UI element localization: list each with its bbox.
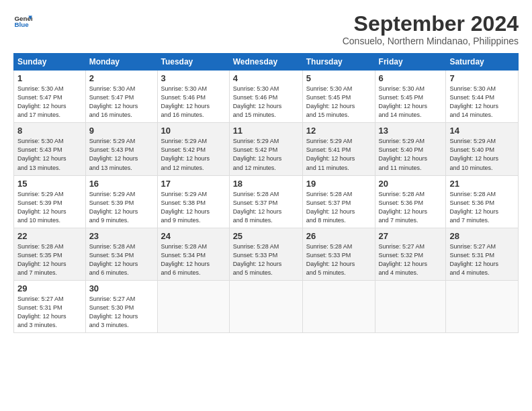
day-info: Sunrise: 5:30 AM Sunset: 5:44 PM Dayligh… [449, 85, 515, 120]
day-number: 3 [161, 73, 226, 83]
day-number: 11 [233, 126, 299, 136]
calendar-cell: 14Sunrise: 5:29 AM Sunset: 5:40 PM Dayli… [446, 123, 519, 175]
location: Consuelo, Northern Mindanao, Philippines [343, 36, 519, 46]
day-info: Sunrise: 5:27 AM Sunset: 5:32 PM Dayligh… [379, 242, 443, 277]
logo-icon: General Blue [13, 12, 32, 31]
svg-text:Blue: Blue [14, 21, 29, 28]
calendar-cell: 22Sunrise: 5:28 AM Sunset: 5:35 PM Dayli… [14, 228, 86, 280]
col-tuesday: Tuesday [157, 54, 229, 71]
calendar-cell: 10Sunrise: 5:29 AM Sunset: 5:42 PM Dayli… [157, 123, 229, 175]
month-year: September 2024 [343, 12, 519, 36]
day-number: 1 [17, 73, 82, 83]
day-info: Sunrise: 5:28 AM Sunset: 5:36 PM Dayligh… [379, 190, 443, 225]
calendar-cell: 3Sunrise: 5:30 AM Sunset: 5:46 PM Daylig… [157, 71, 229, 123]
logo: General Blue [13, 12, 32, 31]
day-number: 15 [17, 179, 82, 189]
calendar: Sunday Monday Tuesday Wednesday Thursday… [13, 53, 519, 333]
day-number: 6 [379, 73, 443, 83]
day-info: Sunrise: 5:29 AM Sunset: 5:42 PM Dayligh… [161, 137, 226, 172]
day-number: 27 [379, 231, 443, 241]
day-info: Sunrise: 5:30 AM Sunset: 5:45 PM Dayligh… [306, 85, 371, 120]
calendar-cell [229, 280, 302, 332]
calendar-cell: 13Sunrise: 5:29 AM Sunset: 5:40 PM Dayli… [375, 123, 446, 175]
calendar-cell: 16Sunrise: 5:29 AM Sunset: 5:39 PM Dayli… [85, 175, 157, 228]
calendar-week-4: 22Sunrise: 5:28 AM Sunset: 5:35 PM Dayli… [14, 228, 519, 280]
day-info: Sunrise: 5:28 AM Sunset: 5:35 PM Dayligh… [17, 242, 82, 277]
day-number: 4 [233, 73, 299, 83]
day-number: 13 [379, 126, 443, 136]
day-info: Sunrise: 5:30 AM Sunset: 5:47 PM Dayligh… [17, 85, 82, 120]
calendar-cell [446, 280, 519, 332]
day-number: 25 [233, 231, 299, 241]
day-number: 2 [89, 73, 154, 83]
calendar-cell: 18Sunrise: 5:28 AM Sunset: 5:37 PM Dayli… [229, 175, 302, 228]
day-info: Sunrise: 5:30 AM Sunset: 5:43 PM Dayligh… [17, 137, 82, 172]
day-number: 12 [306, 126, 371, 136]
calendar-cell: 4Sunrise: 5:30 AM Sunset: 5:46 PM Daylig… [229, 71, 302, 123]
calendar-cell: 30Sunrise: 5:27 AM Sunset: 5:30 PM Dayli… [85, 280, 157, 332]
day-number: 26 [306, 231, 371, 241]
day-info: Sunrise: 5:30 AM Sunset: 5:46 PM Dayligh… [161, 85, 226, 120]
calendar-cell: 2Sunrise: 5:30 AM Sunset: 5:47 PM Daylig… [85, 71, 157, 123]
calendar-cell: 12Sunrise: 5:29 AM Sunset: 5:41 PM Dayli… [302, 123, 375, 175]
calendar-cell: 25Sunrise: 5:28 AM Sunset: 5:33 PM Dayli… [229, 228, 302, 280]
day-info: Sunrise: 5:30 AM Sunset: 5:45 PM Dayligh… [379, 85, 443, 120]
day-info: Sunrise: 5:28 AM Sunset: 5:34 PM Dayligh… [161, 242, 226, 277]
col-wednesday: Wednesday [229, 54, 302, 71]
day-number: 20 [379, 179, 443, 189]
calendar-cell: 8Sunrise: 5:30 AM Sunset: 5:43 PM Daylig… [14, 123, 86, 175]
day-info: Sunrise: 5:29 AM Sunset: 5:39 PM Dayligh… [17, 190, 82, 225]
day-info: Sunrise: 5:30 AM Sunset: 5:47 PM Dayligh… [89, 85, 154, 120]
day-number: 28 [449, 231, 515, 241]
day-info: Sunrise: 5:29 AM Sunset: 5:39 PM Dayligh… [89, 190, 154, 225]
day-info: Sunrise: 5:28 AM Sunset: 5:36 PM Dayligh… [449, 190, 515, 225]
calendar-cell: 1Sunrise: 5:30 AM Sunset: 5:47 PM Daylig… [14, 71, 86, 123]
day-number: 14 [449, 126, 515, 136]
day-info: Sunrise: 5:29 AM Sunset: 5:43 PM Dayligh… [89, 137, 154, 172]
calendar-cell: 20Sunrise: 5:28 AM Sunset: 5:36 PM Dayli… [375, 175, 446, 228]
calendar-cell: 5Sunrise: 5:30 AM Sunset: 5:45 PM Daylig… [302, 71, 375, 123]
calendar-cell: 19Sunrise: 5:28 AM Sunset: 5:37 PM Dayli… [302, 175, 375, 228]
day-info: Sunrise: 5:27 AM Sunset: 5:30 PM Dayligh… [89, 295, 154, 330]
day-number: 8 [17, 126, 82, 136]
col-sunday: Sunday [14, 54, 86, 71]
calendar-cell: 6Sunrise: 5:30 AM Sunset: 5:45 PM Daylig… [375, 71, 446, 123]
col-monday: Monday [85, 54, 157, 71]
calendar-cell: 17Sunrise: 5:29 AM Sunset: 5:38 PM Dayli… [157, 175, 229, 228]
day-number: 30 [89, 283, 154, 293]
day-info: Sunrise: 5:28 AM Sunset: 5:33 PM Dayligh… [306, 242, 371, 277]
day-number: 9 [89, 126, 154, 136]
calendar-cell [302, 280, 375, 332]
day-number: 24 [161, 231, 226, 241]
day-number: 29 [17, 283, 82, 293]
day-info: Sunrise: 5:29 AM Sunset: 5:40 PM Dayligh… [379, 137, 443, 172]
day-info: Sunrise: 5:27 AM Sunset: 5:31 PM Dayligh… [17, 295, 82, 330]
calendar-cell [375, 280, 446, 332]
day-number: 19 [306, 179, 371, 189]
day-number: 22 [17, 231, 82, 241]
calendar-cell: 11Sunrise: 5:29 AM Sunset: 5:42 PM Dayli… [229, 123, 302, 175]
day-info: Sunrise: 5:30 AM Sunset: 5:46 PM Dayligh… [233, 85, 299, 120]
col-friday: Friday [375, 54, 446, 71]
day-info: Sunrise: 5:28 AM Sunset: 5:34 PM Dayligh… [89, 242, 154, 277]
calendar-week-1: 1Sunrise: 5:30 AM Sunset: 5:47 PM Daylig… [14, 71, 519, 123]
day-number: 17 [161, 179, 226, 189]
header: General Blue September 2024 Consuelo, No… [13, 12, 519, 46]
day-number: 10 [161, 126, 226, 136]
day-info: Sunrise: 5:28 AM Sunset: 5:37 PM Dayligh… [233, 190, 299, 225]
calendar-cell: 24Sunrise: 5:28 AM Sunset: 5:34 PM Dayli… [157, 228, 229, 280]
day-number: 16 [89, 179, 154, 189]
day-number: 21 [449, 179, 515, 189]
day-info: Sunrise: 5:27 AM Sunset: 5:31 PM Dayligh… [449, 242, 515, 277]
calendar-cell: 21Sunrise: 5:28 AM Sunset: 5:36 PM Dayli… [446, 175, 519, 228]
day-number: 5 [306, 73, 371, 83]
calendar-week-5: 29Sunrise: 5:27 AM Sunset: 5:31 PM Dayli… [14, 280, 519, 332]
col-thursday: Thursday [302, 54, 375, 71]
day-info: Sunrise: 5:29 AM Sunset: 5:41 PM Dayligh… [306, 137, 371, 172]
day-number: 7 [449, 73, 515, 83]
day-number: 23 [89, 231, 154, 241]
col-saturday: Saturday [446, 54, 519, 71]
calendar-cell: 23Sunrise: 5:28 AM Sunset: 5:34 PM Dayli… [85, 228, 157, 280]
day-number: 18 [233, 179, 299, 189]
calendar-cell: 28Sunrise: 5:27 AM Sunset: 5:31 PM Dayli… [446, 228, 519, 280]
